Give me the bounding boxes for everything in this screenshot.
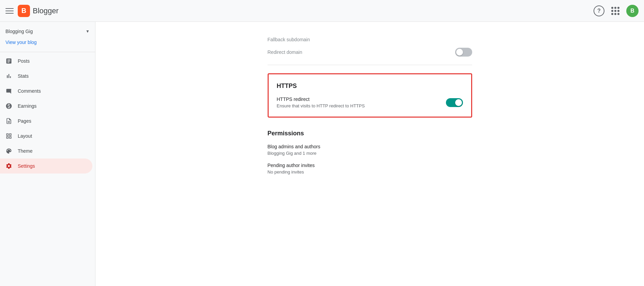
sidebar-item-settings[interactable]: Settings bbox=[0, 159, 92, 174]
https-redirect-row: HTTPS redirect Ensure that visits to HTT… bbox=[277, 96, 463, 108]
earnings-label: Earnings bbox=[18, 103, 36, 109]
sidebar-item-stats[interactable]: Stats bbox=[0, 69, 92, 84]
settings-icon bbox=[5, 163, 12, 169]
https-redirect-toggle[interactable] bbox=[446, 98, 463, 107]
theme-icon bbox=[5, 148, 12, 154]
redirect-domain-row: Redirect domain bbox=[268, 45, 472, 59]
menu-icon[interactable] bbox=[5, 7, 14, 15]
pending-invites-label: Pending author invites bbox=[268, 163, 472, 168]
stats-label: Stats bbox=[18, 73, 29, 79]
stats-icon bbox=[5, 73, 12, 79]
permissions-title: Permissions bbox=[268, 130, 472, 137]
layout-label: Layout bbox=[18, 133, 32, 139]
pages-icon bbox=[5, 118, 12, 124]
avatar[interactable]: B bbox=[626, 5, 639, 17]
layout-icon bbox=[5, 133, 12, 139]
settings-section: Fallback subdomain Redirect domain HTTPS… bbox=[268, 22, 472, 175]
body-layout: Blogging Gig ▼ View your blog Posts Stat… bbox=[0, 22, 644, 286]
admins-authors-value: Blogging Gig and 1 more bbox=[268, 151, 472, 156]
chevron-down-icon: ▼ bbox=[86, 29, 90, 34]
permissions-section: Permissions Blog admins and authors Blog… bbox=[268, 126, 472, 175]
sidebar-item-layout[interactable]: Layout bbox=[0, 129, 92, 144]
view-blog-link[interactable]: View your blog bbox=[0, 38, 95, 50]
redirect-domain-toggle[interactable] bbox=[455, 48, 472, 57]
sidebar-item-theme[interactable]: Theme bbox=[0, 144, 92, 159]
blog-name: Blogging Gig bbox=[5, 29, 33, 34]
https-redirect-label: HTTPS redirect bbox=[277, 96, 365, 102]
fallback-subdomain-label: Fallback subdomain bbox=[268, 37, 310, 42]
earnings-icon bbox=[5, 103, 12, 109]
pages-label: Pages bbox=[18, 118, 31, 124]
admins-authors-item: Blog admins and authors Blogging Gig and… bbox=[268, 144, 472, 156]
sidebar-item-comments[interactable]: Comments bbox=[0, 84, 92, 99]
comments-label: Comments bbox=[18, 88, 41, 94]
pending-invites-value: No pending invites bbox=[268, 169, 472, 175]
posts-icon bbox=[5, 58, 12, 64]
help-icon[interactable]: ? bbox=[594, 5, 604, 16]
fallback-subdomain-section: Fallback subdomain Redirect domain bbox=[268, 29, 472, 65]
redirect-domain-label: Redirect domain bbox=[268, 49, 302, 55]
admins-authors-label: Blog admins and authors bbox=[268, 144, 472, 149]
https-redirect-desc: Ensure that visits to HTTP redirect to H… bbox=[277, 103, 365, 108]
https-title: HTTPS bbox=[277, 82, 463, 90]
sidebar-item-earnings[interactable]: Earnings bbox=[0, 99, 92, 114]
comments-icon bbox=[5, 88, 12, 94]
apps-icon[interactable] bbox=[610, 5, 621, 16]
fallback-subdomain-row: Fallback subdomain bbox=[268, 34, 472, 45]
blog-selector[interactable]: Blogging Gig ▼ bbox=[0, 25, 95, 38]
sidebar-divider bbox=[0, 52, 95, 52]
blogger-logo: B Blogger bbox=[18, 5, 59, 17]
main-content: Fallback subdomain Redirect domain HTTPS… bbox=[95, 22, 644, 286]
https-section: HTTPS HTTPS redirect Ensure that visits … bbox=[268, 73, 472, 118]
topnav: B Blogger ? B bbox=[0, 0, 644, 22]
blogger-logo-text: Blogger bbox=[33, 6, 59, 15]
posts-label: Posts bbox=[18, 58, 30, 64]
settings-label: Settings bbox=[18, 163, 35, 169]
theme-label: Theme bbox=[18, 148, 33, 154]
sidebar-item-pages[interactable]: Pages bbox=[0, 114, 92, 129]
pending-invites-item: Pending author invites No pending invite… bbox=[268, 163, 472, 175]
blogger-logo-icon: B bbox=[18, 5, 30, 17]
sidebar: Blogging Gig ▼ View your blog Posts Stat… bbox=[0, 22, 95, 286]
sidebar-item-posts[interactable]: Posts bbox=[0, 54, 92, 69]
